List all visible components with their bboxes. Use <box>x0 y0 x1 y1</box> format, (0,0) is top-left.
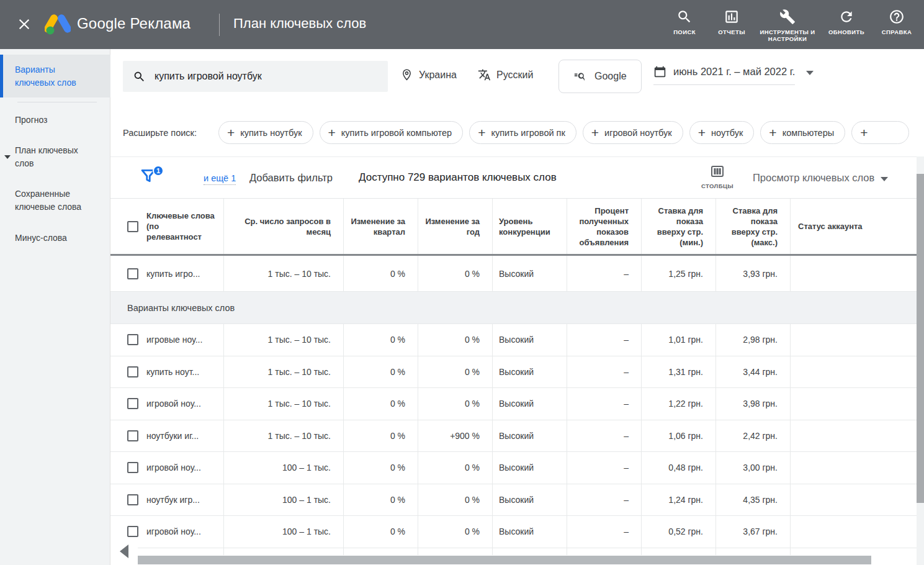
more-filters-link[interactable]: и ещё 1 <box>204 173 236 185</box>
keyword-search-box[interactable] <box>123 61 388 92</box>
sidebar-item-saved-keywords[interactable]: Сохраненные ключевые слова <box>0 187 110 214</box>
quarter-change-cell: 0 % <box>343 516 418 548</box>
row-checkbox[interactable] <box>127 334 138 345</box>
row-checkbox[interactable] <box>127 268 138 279</box>
horizontal-scrollbar-thumb[interactable] <box>138 556 871 564</box>
chip-add-keyword[interactable]: +купить игровой пк <box>469 121 576 144</box>
table-row: ноутбук игр... 100 – 1 тыс. 0 % 0 % Высо… <box>110 484 917 517</box>
account-status-cell <box>790 324 917 356</box>
add-filter-button[interactable]: Добавить фильтр <box>249 172 333 184</box>
header-quarter-change[interactable]: Изменение за квартал <box>343 199 418 254</box>
chip-add-keyword[interactable]: +компьютеры <box>760 121 845 144</box>
help-action-button[interactable]: СПРАВКА <box>873 7 920 42</box>
keyword-cell: игровые ноу... <box>110 324 223 356</box>
account-status-cell <box>790 356 917 388</box>
search-action-button[interactable]: ПОИСК <box>661 7 708 42</box>
competition-cell: Высокий <box>492 256 567 291</box>
sidebar: Варианты ключевых слов Прогноз План ключ… <box>0 49 110 565</box>
bid-high-cell: 3,93 грн. <box>715 256 790 291</box>
impression-share-cell: – <box>567 516 641 548</box>
header-competition[interactable]: Уровень конкуренции <box>492 199 567 254</box>
competition-cell: Высокий <box>492 484 567 516</box>
search-icon <box>676 9 693 25</box>
volume-cell: 1 тыс. – 10 тыс. <box>223 388 343 420</box>
filter-button[interactable]: 1 <box>139 166 164 190</box>
date-range-text: июнь 2021 г. – май 2022 г. <box>673 66 795 78</box>
row-checkbox[interactable] <box>127 462 138 473</box>
vertical-scrollbar[interactable] <box>917 156 924 565</box>
horizontal-scrollbar[interactable] <box>110 555 924 565</box>
competition-cell: Высокий <box>492 452 567 484</box>
vertical-scrollbar-thumb[interactable] <box>917 174 924 503</box>
keyword-cell: ноутбуки иг... <box>110 420 223 452</box>
volume-cell: 100 – 1 тыс. <box>223 452 343 484</box>
account-status-cell <box>790 420 917 452</box>
bid-low-cell: 1,06 грн. <box>641 420 715 452</box>
header-impression-share[interactable]: Процент полученных показов объявления <box>567 199 641 254</box>
table-row: игровой ноу... 1 тыс. – 10 тыс. 0 % 0 % … <box>110 388 917 420</box>
date-range-selector[interactable]: июнь 2021 г. – май 2022 г. <box>653 65 814 85</box>
tools-action-button[interactable]: ИНСТРУМЕНТЫ И НАСТРОЙКИ <box>755 7 820 42</box>
language-selector[interactable]: Русский <box>478 68 533 81</box>
year-change-cell: 0 % <box>418 484 492 516</box>
translate-icon <box>478 68 491 81</box>
competition-cell: Высокий <box>492 388 567 420</box>
sidebar-item-keyword-ideas[interactable]: Варианты ключевых слов <box>0 55 110 97</box>
header-bid-high[interactable]: Ставка для показа вверху стр. (макс.) <box>715 199 790 254</box>
plus-icon: + <box>769 126 776 139</box>
close-button[interactable] <box>16 16 32 32</box>
plus-icon: + <box>591 126 599 139</box>
chip-add-keyword[interactable]: +купить ноутбук <box>218 121 313 144</box>
network-selector[interactable]: Google <box>558 60 642 93</box>
row-checkbox[interactable] <box>127 366 138 377</box>
header-keyword[interactable]: Ключевые слова (по релевантност <box>110 199 223 254</box>
bid-low-cell: 1,24 грн. <box>641 484 715 516</box>
google-ads-logo <box>45 12 71 38</box>
header-year-change[interactable]: Изменение за год <box>418 199 492 254</box>
row-checkbox[interactable] <box>127 430 138 441</box>
topbar-actions: ПОИСК ОТЧЕТЫ ИНСТРУМЕНТЫ И НАСТРОЙКИ ОБН… <box>661 7 920 42</box>
row-checkbox[interactable] <box>127 398 138 409</box>
header-bid-low[interactable]: Ставка для показа вверху стр. (мин.) <box>641 199 715 254</box>
select-all-checkbox[interactable] <box>127 221 138 232</box>
search-input[interactable] <box>155 71 378 82</box>
location-selector[interactable]: Украина <box>400 68 457 81</box>
row-checkbox[interactable] <box>127 526 138 537</box>
plus-icon: + <box>698 126 706 139</box>
row-checkbox[interactable] <box>127 494 138 505</box>
sidebar-item-keyword-plan[interactable]: План ключевых слов <box>0 143 110 171</box>
bid-low-cell: 1,22 грн. <box>641 388 715 420</box>
bid-high-cell: 3,44 грн. <box>715 356 790 388</box>
reports-icon <box>724 9 740 25</box>
plus-icon: + <box>328 126 336 139</box>
keyword-cell: купить ноут... <box>110 356 223 388</box>
active-indicator <box>0 55 3 97</box>
bid-low-cell: 1,01 грн. <box>641 324 715 356</box>
keyword-cell: купить игро... <box>110 256 223 291</box>
sidebar-item-negative-keywords[interactable]: Минус-слова <box>0 230 110 245</box>
chip-add-keyword[interactable]: +игровой ноутбук <box>583 121 683 144</box>
account-status-cell <box>790 388 917 420</box>
competition-cell: Высокий <box>492 420 567 452</box>
impression-share-cell: – <box>567 484 641 516</box>
table-row: ноутбуки иг... 1 тыс. – 10 тыс. 0 % +900… <box>110 420 917 453</box>
chip-add-keyword[interactable]: +купить игровой компьютер <box>320 121 464 144</box>
year-change-cell: 0 % <box>418 452 492 484</box>
sidebar-item-forecast[interactable]: Прогноз <box>0 112 110 127</box>
calendar-icon <box>653 65 666 78</box>
reports-action-button[interactable]: ОТЧЕТЫ <box>708 7 755 42</box>
plus-icon: + <box>478 126 485 139</box>
expand-search-row: Расширьте поиск: +купить ноутбук +купить… <box>110 112 924 156</box>
refresh-action-button[interactable]: ОБНОВИТЬ <box>820 7 873 42</box>
scroll-left-button[interactable] <box>110 538 138 565</box>
header-volume[interactable]: Ср. число запросов в месяц <box>223 199 343 254</box>
view-selector[interactable]: Просмотр ключевых слов <box>753 172 888 184</box>
table-row-partial <box>110 548 917 555</box>
bid-high-cell: 4,35 грн. <box>715 484 790 516</box>
account-status-cell <box>790 516 917 548</box>
columns-button[interactable]: СТОЛБЦЫ <box>696 164 738 189</box>
chip-add-keyword[interactable]: +ноутбук <box>689 121 755 144</box>
header-account-status[interactable]: Статус аккаунта <box>790 199 917 254</box>
chip-add-keyword-partial[interactable]: + <box>851 121 909 144</box>
brand-name: Google Реклама <box>77 15 191 32</box>
